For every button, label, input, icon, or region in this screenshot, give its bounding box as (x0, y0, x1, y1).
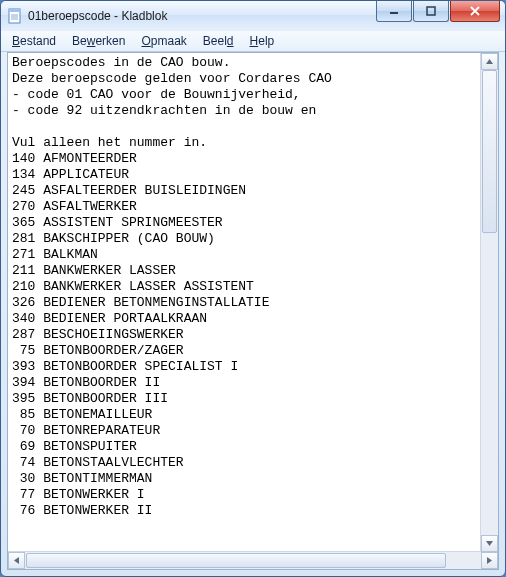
client-area: Beroepscodes in de CAO bouw. Deze beroep… (7, 52, 499, 570)
menu-view[interactable]: Beeld (196, 32, 241, 50)
vertical-scrollbar[interactable] (480, 53, 498, 552)
svg-rect-6 (427, 7, 435, 15)
text-area[interactable]: Beroepscodes in de CAO bouw. Deze beroep… (8, 53, 481, 551)
scroll-right-button[interactable] (481, 552, 498, 569)
menu-file[interactable]: Bestand (5, 32, 63, 50)
window-buttons (376, 1, 505, 31)
maximize-button[interactable] (413, 1, 449, 22)
menu-help[interactable]: Help (243, 32, 282, 50)
scroll-down-button[interactable] (481, 535, 498, 552)
close-button[interactable] (450, 1, 500, 22)
svg-rect-5 (390, 12, 398, 14)
vscroll-thumb[interactable] (482, 70, 497, 233)
vscroll-track[interactable] (481, 70, 498, 535)
minimize-button[interactable] (376, 1, 412, 22)
hscroll-thumb[interactable] (26, 553, 446, 568)
window-title: 01beroepscode - Kladblok (28, 9, 376, 23)
svg-rect-1 (9, 9, 20, 12)
notepad-window: 01beroepscode - Kladblok Bestand Bewerke… (0, 0, 506, 577)
scroll-up-button[interactable] (481, 53, 498, 70)
menu-edit[interactable]: Bewerken (65, 32, 132, 50)
horizontal-scrollbar[interactable] (8, 551, 498, 569)
hscroll-track[interactable] (25, 552, 481, 569)
scroll-left-button[interactable] (8, 552, 25, 569)
menu-format[interactable]: Opmaak (134, 32, 193, 50)
notepad-icon (7, 8, 23, 24)
menubar: Bestand Bewerken Opmaak Beeld Help (1, 31, 505, 52)
titlebar[interactable]: 01beroepscode - Kladblok (1, 1, 505, 31)
